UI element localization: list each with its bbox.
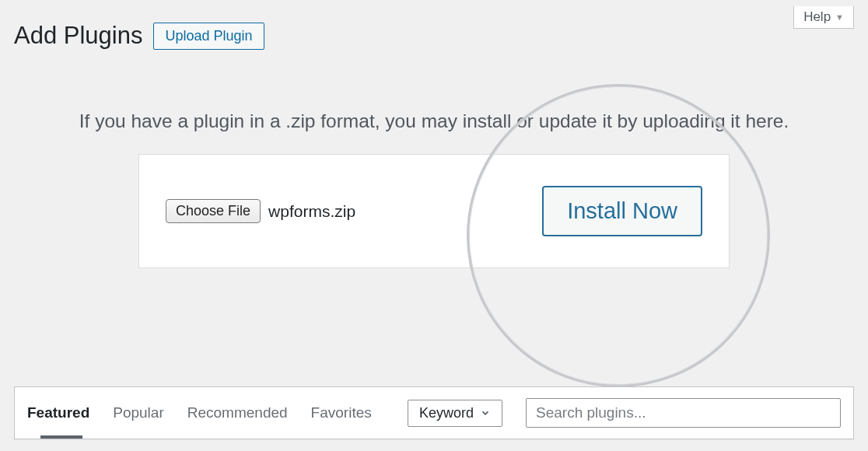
tab-favorites[interactable]: Favorites xyxy=(311,404,372,421)
search-type-label: Keyword xyxy=(419,405,474,421)
chevron-down-icon: ▼ xyxy=(835,12,844,22)
chevron-down-icon xyxy=(480,407,491,418)
tab-recommended[interactable]: Recommended xyxy=(187,404,288,421)
upload-instruction: If you have a plugin in a .zip format, y… xyxy=(31,110,837,132)
search-plugins-input[interactable] xyxy=(526,398,841,428)
help-dropdown-button[interactable]: Help ▼ xyxy=(793,6,854,29)
search-type-select[interactable]: Keyword xyxy=(408,400,502,427)
selected-filename: wpforms.zip xyxy=(268,202,355,221)
install-now-button[interactable]: Install Now xyxy=(542,186,702,236)
page-title: Add Plugins xyxy=(14,22,142,50)
tab-popular[interactable]: Popular xyxy=(113,404,164,421)
active-tab-underline xyxy=(40,435,82,439)
plugin-filter-bar: Featured Popular Recommended Favorites K… xyxy=(14,386,854,439)
tab-featured[interactable]: Featured xyxy=(27,404,89,421)
upload-panel: Choose File wpforms.zip Install Now xyxy=(138,154,730,268)
help-label: Help xyxy=(803,9,831,25)
upload-plugin-button[interactable]: Upload Plugin xyxy=(153,23,264,50)
file-input-group: Choose File wpforms.zip xyxy=(166,199,355,223)
page-header: Add Plugins Upload Plugin xyxy=(0,0,868,50)
choose-file-button[interactable]: Choose File xyxy=(166,199,261,223)
